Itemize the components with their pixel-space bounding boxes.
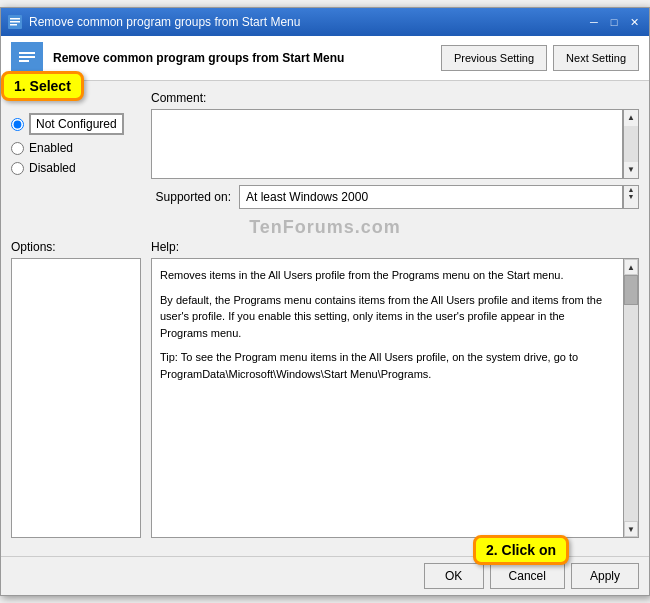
maximize-button[interactable]: □ xyxy=(605,13,623,31)
radio-not-configured[interactable]: Not Configured xyxy=(11,113,141,135)
not-configured-label: Not Configured xyxy=(29,113,124,135)
help-label: Help: xyxy=(151,240,639,254)
svg-rect-3 xyxy=(10,24,17,26)
title-bar-controls: ─ □ ✕ xyxy=(585,13,643,31)
options-label: Options: xyxy=(11,240,141,254)
options-box xyxy=(11,258,141,538)
help-row: Removes items in the All Users profile f… xyxy=(151,258,639,538)
scroll-up-arrow[interactable]: ▲ xyxy=(624,259,638,275)
title-bar: Remove common program groups from Start … xyxy=(1,8,649,36)
scroll-down-arrow[interactable]: ▼ xyxy=(624,521,638,537)
help-para3: Tip: To see the Program menu items in th… xyxy=(160,349,615,382)
watermark: TenForums.com xyxy=(11,217,639,238)
supported-value: At least Windows 2000 xyxy=(239,185,623,209)
annotation-click: 2. Click on xyxy=(473,535,569,565)
radio-panel: 1. Select Not Configured Enabled Disable… xyxy=(11,91,141,179)
radio-disabled-input[interactable] xyxy=(11,162,24,175)
previous-setting-button[interactable]: Previous Setting xyxy=(441,45,547,71)
comment-panel: Comment: ▲ ▼ xyxy=(151,91,639,179)
options-panel: Options: xyxy=(11,240,141,538)
ok-button[interactable]: OK xyxy=(424,563,484,589)
help-scrollbar[interactable]: ▲ ▼ xyxy=(623,258,639,538)
header-buttons: Previous Setting Next Setting xyxy=(441,45,639,71)
apply-button[interactable]: Apply xyxy=(571,563,639,589)
svg-rect-6 xyxy=(19,56,35,58)
radio-enabled[interactable]: Enabled xyxy=(11,141,141,155)
footer: 2. Click on OK Cancel Apply xyxy=(1,556,649,595)
bottom-section: Options: Help: Removes items in the All … xyxy=(11,240,639,538)
svg-rect-1 xyxy=(10,18,20,20)
scrollbar-track xyxy=(624,275,638,521)
header-title: Remove common program groups from Start … xyxy=(53,51,431,65)
next-setting-button[interactable]: Next Setting xyxy=(553,45,639,71)
help-para1: Removes items in the All Users profile f… xyxy=(160,267,615,284)
svg-rect-5 xyxy=(19,52,35,54)
title-bar-text: Remove common program groups from Start … xyxy=(29,15,579,29)
close-button[interactable]: ✕ xyxy=(625,13,643,31)
help-content-area: Removes items in the All Users profile f… xyxy=(151,258,623,538)
main-window: Remove common program groups from Start … xyxy=(0,7,650,596)
help-para2: By default, the Programs menu contains i… xyxy=(160,292,615,342)
scrollbar-thumb[interactable] xyxy=(624,275,638,305)
comment-label: Comment: xyxy=(151,91,639,105)
supported-label: Supported on: xyxy=(141,190,231,204)
enabled-label: Enabled xyxy=(29,141,73,155)
policy-icon xyxy=(11,42,43,74)
radio-not-configured-input[interactable] xyxy=(11,118,24,131)
annotation-select: 1. Select xyxy=(1,71,84,101)
help-text: Removes items in the All Users profile f… xyxy=(160,267,615,382)
supported-row: Supported on: At least Windows 2000 ▲ ▼ xyxy=(141,185,639,209)
svg-rect-2 xyxy=(10,21,20,23)
disabled-label: Disabled xyxy=(29,161,76,175)
supported-scrollbar: ▲ ▼ xyxy=(623,185,639,209)
help-panel: Help: Removes items in the All Users pro… xyxy=(151,240,639,538)
svg-rect-7 xyxy=(19,60,29,62)
content-area: 1. Select Not Configured Enabled Disable… xyxy=(1,81,649,556)
title-bar-icon xyxy=(7,14,23,30)
minimize-button[interactable]: ─ xyxy=(585,13,603,31)
header-bar: Remove common program groups from Start … xyxy=(1,36,649,81)
radio-disabled[interactable]: Disabled xyxy=(11,161,141,175)
comment-textarea[interactable] xyxy=(151,109,623,179)
radio-enabled-input[interactable] xyxy=(11,142,24,155)
cancel-button[interactable]: Cancel xyxy=(490,563,565,589)
comment-scrollbar: ▲ ▼ xyxy=(623,109,639,179)
top-section: 1. Select Not Configured Enabled Disable… xyxy=(11,91,639,179)
